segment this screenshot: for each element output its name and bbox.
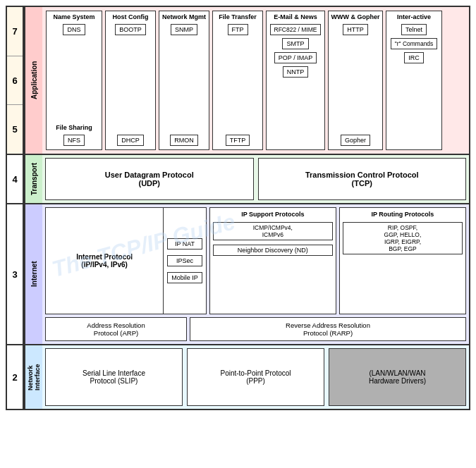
app-col-network-mgmt: Network Mgmt SNMP RMON [159, 11, 209, 150]
app-col-www-gopher: WWW & Gopher HTTP Gopher [328, 11, 383, 150]
osi-num-6: 6 [7, 56, 23, 106]
osi-num-2: 2 [7, 345, 24, 409]
app-col-file-transfer: File Transfer FTP TFTP [212, 11, 263, 150]
ppp-box: Point-to-Point Protocol(PPP) [187, 348, 324, 406]
ip-routing-title: IP Routing Protocols [372, 211, 434, 218]
internet-label: Internet [24, 204, 42, 344]
osi-num-3: 3 [7, 204, 24, 344]
arp-box: Address ResolutionProtocol (ARP) [45, 317, 187, 341]
file-sharing-title: File Sharing [56, 124, 92, 131]
file-transfer-title: File Transfer [219, 13, 257, 20]
host-config-title: Host Config [113, 13, 149, 20]
routing-protocols-box: RIP, OSPF,GGP, HELLO,IGRP, EIGRP,BGP, EG… [343, 222, 463, 254]
osi-num-7: 7 [7, 7, 23, 56]
slip-box: Serial Line InterfaceProtocol (SLIP) [45, 348, 183, 406]
ip-protocol-group: Internet Protocol(IP/IPv4, IPv6) IP NAT … [45, 207, 207, 314]
udp-box: User Datagram Protocol(UDP) [45, 158, 254, 200]
r-commands-box: "r" Commands [391, 38, 438, 49]
icmp-box: ICMP/ICMPv4,ICMPv6 [213, 222, 333, 240]
osi-num-4: 4 [7, 155, 24, 203]
ipsec-box: IPSec [167, 255, 202, 266]
app-col-interactive: Inter-active Telnet "r" Commands IRC [386, 11, 442, 150]
nntp-box: NNTP [283, 66, 309, 78]
netif-layer: 2 NetworkInterface Serial Line Interface… [7, 345, 469, 409]
interactive-title: Inter-active [397, 13, 431, 20]
gopher-box: Gopher [341, 135, 370, 146]
app-col-host-config: Host Config BOOTP DHCP [105, 11, 156, 150]
irc-box: IRC [404, 52, 424, 63]
rfc822-box: RFC822 / MIME [270, 24, 322, 35]
ip-sub-boxes: IP NAT IPSec Mobile IP [164, 208, 206, 314]
bootp-box: BOOTP [115, 24, 146, 35]
app-col-email-news: E-Mail & News RFC822 / MIME SMTP POP / I… [266, 11, 325, 150]
dns-box: DNS [63, 24, 85, 35]
osi-nums-app: 7 6 5 [7, 7, 24, 154]
http-box: HTTP [343, 24, 368, 35]
pop-imap-box: POP / IMAP [274, 52, 317, 63]
transport-content: User Datagram Protocol(UDP) Transmission… [42, 155, 469, 203]
internet-layer: The TCP/IP Guide 3 Internet Internet Pro… [7, 204, 469, 345]
application-layer: 7 6 5 Application Name System DNS File S… [7, 7, 469, 155]
rarp-box: Reverse Address ResolutionProtocol (RARP… [190, 317, 466, 341]
name-system-title: Name System [53, 13, 94, 20]
tftp-box: TFTP [226, 135, 250, 146]
lan-wlan-wan-box: (LAN/WLAN/WANHardware Drivers) [329, 348, 466, 406]
nfs-box: NFS [63, 135, 85, 146]
internet-content: Internet Protocol(IP/IPv4, IPv6) IP NAT … [42, 204, 469, 344]
app-col-name-system: Name System DNS File Sharing NFS [46, 11, 102, 150]
rmon-box: RMON [170, 135, 198, 146]
ip-support-group: IP Support Protocols ICMP/ICMPv4,ICMPv6 … [209, 207, 336, 314]
smtp-box: SMTP [282, 38, 308, 49]
transport-layer: 4 Transport User Datagram Protocol(UDP) … [7, 155, 469, 204]
tcp-ip-diagram: 7 6 5 Application Name System DNS File S… [6, 6, 470, 410]
ip-routing-group: IP Routing Protocols RIP, OSPF,GGP, HELL… [339, 207, 466, 314]
netif-label: NetworkInterface [24, 345, 42, 409]
telnet-box: Telnet [401, 24, 427, 35]
www-gopher-title: WWW & Gopher [331, 13, 380, 20]
osi-num-5: 5 [7, 105, 23, 154]
network-mgmt-title: Network Mgmt [162, 13, 206, 20]
arp-rarp-row: Address ResolutionProtocol (ARP) Reverse… [45, 317, 466, 341]
ftp-box: FTP [228, 24, 248, 35]
internet-top-row: Internet Protocol(IP/IPv4, IPv6) IP NAT … [45, 207, 466, 314]
application-label: Application [24, 7, 42, 154]
mobile-ip-box: Mobile IP [167, 272, 202, 283]
snmp-box: SNMP [171, 24, 197, 35]
ip-support-title: IP Support Protocols [241, 211, 304, 218]
ip-protocol-box: Internet Protocol(IP/IPv4, IPv6) [46, 208, 164, 314]
email-news-title: E-Mail & News [274, 13, 317, 20]
ip-nat-box: IP NAT [167, 238, 202, 250]
dhcp-box: DHCP [117, 135, 144, 146]
neighbor-discovery-box: Neighbor Discovery (ND) [213, 245, 333, 256]
netif-content: Serial Line InterfaceProtocol (SLIP) Poi… [42, 345, 469, 409]
transport-label: Transport [24, 155, 42, 203]
tcp-box: Transmission Control Protocol(TCP) [258, 158, 467, 200]
application-content: Name System DNS File Sharing NFS Host Co… [42, 7, 469, 154]
